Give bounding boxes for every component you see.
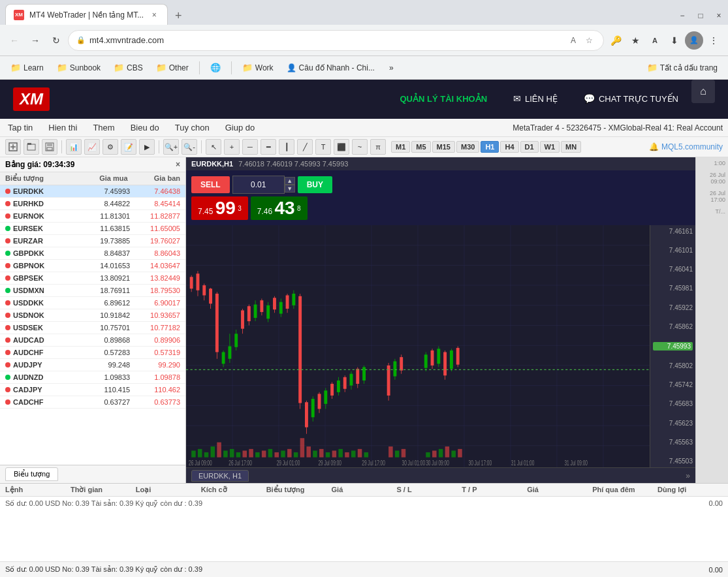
security-icon[interactable]: 🔑 [607, 31, 625, 50]
price-row[interactable]: AUDNZD 1.09833 1.09878 [0, 371, 185, 384]
tool-periods[interactable]: π [370, 139, 386, 155]
tf-h4[interactable]: H4 [500, 141, 518, 153]
translate-browser-icon[interactable]: A [646, 31, 664, 50]
tool-hline[interactable]: ━ [261, 139, 276, 155]
tool-history[interactable]: 📊 [66, 139, 82, 155]
tool-zoom-out[interactable]: 🔍- [182, 139, 197, 155]
lot-down-arrow[interactable]: ▼ [285, 185, 295, 193]
bookmark-learn[interactable]: 📁 Learn [5, 60, 49, 75]
xm-logo[interactable]: XM [13, 87, 50, 111]
mql5-link[interactable]: 🔔 MQL5.community [649, 142, 723, 151]
active-tab[interactable]: XM MT4 WebTrader | Nền tảng MT... × [5, 4, 168, 25]
bookmark-sunbook[interactable]: 📁 Sunbook [52, 60, 106, 75]
price-row[interactable]: AUDJPY 99.248 99.290 [0, 359, 185, 371]
price-row[interactable]: USDNOK 10.91842 10.93657 [0, 309, 185, 322]
price-row[interactable]: USDMXN 18.76911 18.79530 [0, 285, 185, 297]
more-options-icon[interactable]: ⋮ [704, 31, 723, 50]
tool-autotrader[interactable]: ▶ [139, 139, 155, 155]
bieutung-tab[interactable]: Biểu tượng [5, 467, 58, 481]
tf-m30[interactable]: M30 [456, 141, 479, 153]
tf-h1[interactable]: H1 [481, 141, 499, 153]
svg-rect-60 [286, 295, 289, 308]
tool-crosshair[interactable]: + [224, 139, 240, 155]
tool-indicators[interactable]: ~ [352, 139, 368, 155]
menu-giupdo[interactable]: Giup do [223, 121, 258, 134]
price-row[interactable]: USDDKK 6.89612 6.90017 [0, 297, 185, 309]
chart-tab-expand[interactable]: » [686, 471, 690, 480]
tf-m5[interactable]: M5 [411, 141, 430, 153]
candlestick-chart[interactable]: 26 Jul 09:00 26 Jul 17:00 29 Jul 01:00 2… [186, 225, 650, 467]
tool-line[interactable]: ─ [242, 139, 258, 155]
price-row[interactable]: GBPNOK 14.01653 14.03647 [0, 260, 185, 272]
translate-icon[interactable]: A [567, 34, 580, 47]
price-panel-close-button[interactable]: × [176, 160, 180, 169]
bookmark-other[interactable]: 📁 Other [151, 60, 194, 75]
tf-w1[interactable]: W1 [540, 141, 560, 153]
maximize-button[interactable]: □ [691, 7, 710, 25]
menu-hienthi[interactable]: Hien thi [46, 121, 80, 134]
menu-bieudo[interactable]: Bieu do [128, 121, 162, 134]
xm-nav-chat[interactable]: 💬 CHAT TRỰC TUYẾN [571, 80, 691, 119]
price-scale: 7.46161 7.46101 7.46041 7.45981 7.45922 … [650, 225, 695, 467]
bookmark-caudong[interactable]: 👤 Câu đố Nhanh - Chi... [281, 61, 380, 75]
price-row[interactable]: EURZAR 19.73885 19.76027 [0, 235, 185, 247]
price-row[interactable]: CADCHF 0.63727 0.63773 [0, 396, 185, 409]
price-row[interactable]: AUDCHF 0.57283 0.57319 [0, 347, 185, 359]
bookmarks-more-button[interactable]: » [384, 61, 399, 75]
price-row[interactable]: EURHKD 8.44822 8.45414 [0, 198, 185, 210]
bookmark-favicon[interactable]: 🌐 [205, 60, 226, 75]
tool-save[interactable] [42, 139, 57, 155]
tool-zoom-in[interactable]: 🔍+ [163, 139, 179, 155]
tool-trendline[interactable]: ╱ [297, 139, 313, 155]
download-icon[interactable]: ⬇ [665, 31, 684, 50]
chart-tab-eurdkk[interactable]: EURDKK, H1 [191, 470, 249, 482]
tool-open[interactable] [24, 139, 39, 155]
sell-button[interactable]: SELL [191, 176, 230, 193]
star-icon[interactable]: ★ [626, 31, 644, 50]
back-button[interactable]: ← [5, 31, 24, 50]
price-row[interactable]: AUDCAD 0.89868 0.89906 [0, 334, 185, 347]
tool-scripts[interactable]: 📝 [121, 139, 136, 155]
bookmark-work[interactable]: 📁 Work [237, 60, 279, 75]
xm-nav-contact[interactable]: ✉ LIÊN HỆ [500, 80, 571, 119]
right-time-3: 26 Jul 17:00 [696, 187, 728, 206]
lot-up-arrow[interactable]: ▲ [285, 177, 295, 185]
svg-text:26 Jul 09:00: 26 Jul 09:00 [189, 460, 212, 467]
tool-cursor[interactable]: ↖ [206, 139, 221, 155]
tool-depth[interactable]: 📈 [84, 139, 100, 155]
bookmark-all[interactable]: 📁 Tất cả dấu trang [642, 60, 723, 75]
price-row[interactable]: CADJPY 110.415 110.462 [0, 384, 185, 396]
bookmark-star-icon[interactable]: ☆ [582, 34, 595, 47]
close-button[interactable]: × [710, 7, 728, 25]
tool-text[interactable]: T [315, 139, 331, 155]
forward-button[interactable]: → [26, 31, 44, 50]
new-tab-button[interactable]: + [169, 7, 187, 25]
profile-icon[interactable]: 👤 [685, 31, 703, 50]
tf-m15[interactable]: M15 [432, 141, 455, 153]
price-row[interactable]: EURSEK 11.63815 11.65005 [0, 223, 185, 235]
tf-m1[interactable]: M1 [391, 141, 410, 153]
address-field[interactable]: 🔒 mt4.xmvntrade.com A ☆ [68, 30, 604, 51]
menu-taptin[interactable]: Tap tin [5, 121, 35, 134]
tab-close-button[interactable]: × [149, 10, 159, 20]
minimize-button[interactable]: − [673, 7, 691, 25]
tf-d1[interactable]: D1 [520, 141, 539, 153]
price-row[interactable]: EURNOK 11.81301 11.82877 [0, 210, 185, 223]
buy-button[interactable]: BUY [298, 176, 332, 193]
tool-vline[interactable]: ┃ [279, 139, 294, 155]
home-button[interactable]: ⌂ [691, 80, 715, 103]
tf-mn[interactable]: MN [561, 141, 581, 153]
tool-shapes[interactable]: ⬛ [334, 139, 349, 155]
reload-button[interactable]: ↻ [47, 31, 65, 50]
price-row[interactable]: USDSEK 10.75701 10.77182 [0, 322, 185, 334]
menu-them[interactable]: Them [90, 121, 117, 134]
xm-nav-account[interactable]: QUẢN LÝ TÀI KHOẢN [387, 80, 500, 119]
menu-tuychon[interactable]: Tuy chon [172, 121, 212, 134]
price-row[interactable]: GBPSEK 13.80921 13.82449 [0, 272, 185, 285]
price-row[interactable]: GBPDKK 8.84837 8.86043 [0, 247, 185, 260]
tool-strategy[interactable]: ⚙ [103, 139, 118, 155]
bookmark-cbs[interactable]: 📁 CBS [108, 60, 148, 75]
price-row[interactable]: EURDKK 7.45993 7.46438 [0, 185, 185, 198]
lot-input[interactable] [232, 176, 285, 194]
tool-new[interactable] [5, 139, 21, 155]
